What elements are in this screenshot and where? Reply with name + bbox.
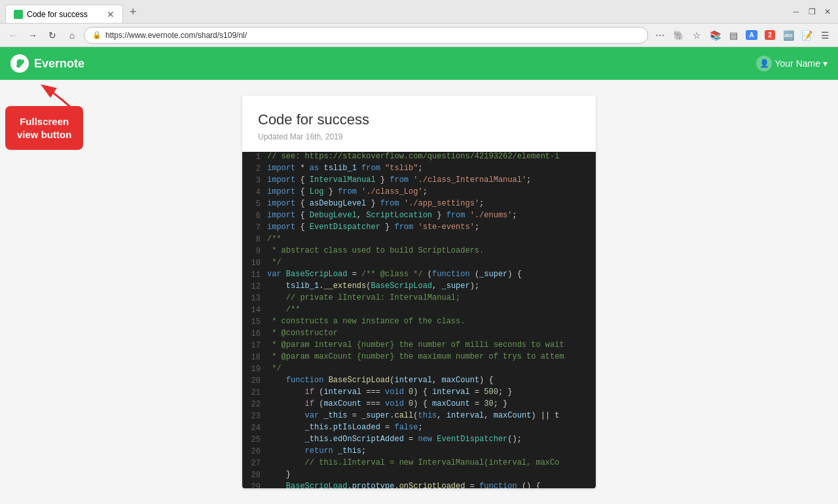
code-block: 1 // see: https://stackoverflow.com/ques… xyxy=(242,152,596,488)
note-date: Updated Mar 16th, 2019 xyxy=(258,132,580,141)
code-line-19: 19 */ xyxy=(242,364,596,376)
note-container: Code for success Updated Mar 16th, 2019 … xyxy=(242,96,596,488)
code-line-20: 20 function BaseScripLoad(interval, maxC… xyxy=(242,376,596,387)
back-button[interactable]: ← xyxy=(5,27,21,43)
code-line-23: 23 var _this = _super.call(this, interva… xyxy=(242,411,596,423)
extension-icon-4[interactable]: 📝 xyxy=(799,27,814,43)
code-line-2: 2 import * as tslib_1 from "tslib"; xyxy=(242,164,596,175)
extension-icon-3[interactable]: 🔤 xyxy=(780,27,796,43)
tab-favicon xyxy=(14,10,23,19)
lock-icon: 🔒 xyxy=(92,31,101,39)
maximize-button[interactable]: ❐ xyxy=(807,7,817,17)
username-text: Your Name xyxy=(774,58,820,69)
code-line-15: 15 * constructs a new instance of the cl… xyxy=(242,317,596,329)
code-line-10: 10 */ xyxy=(242,258,596,270)
code-line-25: 25 _this.edOnScriptAdded = new EventDisp… xyxy=(242,435,596,446)
extension-badge-1[interactable]: A xyxy=(744,27,759,43)
evernote-logo[interactable]: Evernote xyxy=(10,54,84,73)
window-controls: ─ ❐ ✕ xyxy=(791,7,833,17)
code-line-27: 27 // this.lInterval = new IntervalManua… xyxy=(242,458,596,470)
username-chevron: ▾ xyxy=(823,58,828,69)
browser-titlebar: Code for success ✕ + ─ ❐ ✕ xyxy=(0,0,838,24)
extension-kebab-menu[interactable]: ⋯ xyxy=(652,27,668,43)
bookmark-star-icon[interactable]: ☆ xyxy=(689,27,704,43)
code-line-5: 5 import { asDebugLevel } from './app_se… xyxy=(242,199,596,211)
home-button[interactable]: ⌂ xyxy=(64,27,80,43)
code-line-9: 9 * abstract class used to build ScriptL… xyxy=(242,246,596,258)
bookmarks-icon[interactable]: 📚 xyxy=(707,27,723,43)
code-line-18: 18 * @param maxCount {number} the maximu… xyxy=(242,352,596,364)
note-header: Code for success Updated Mar 16th, 2019 xyxy=(242,96,596,141)
evernote-brand-text: Evernote xyxy=(34,57,84,71)
fullscreen-annotation: Fullscreenview button xyxy=(5,106,83,150)
code-line-1: 1 // see: https://stackoverflow.com/ques… xyxy=(242,152,596,164)
code-line-14: 14 /** xyxy=(242,305,596,317)
code-line-12: 12 tslib_1.__extends(BaseScripLoad, _sup… xyxy=(242,281,596,293)
reader-view-icon[interactable]: ▤ xyxy=(725,27,741,43)
code-line-8: 8 /** xyxy=(242,234,596,246)
fullscreen-bubble: Fullscreenview button xyxy=(5,106,83,150)
code-line-13: 13 // private lInterval: IntervalManual; xyxy=(242,293,596,305)
code-line-16: 16 * @constructor xyxy=(242,329,596,340)
new-tab-button[interactable]: + xyxy=(123,1,143,23)
tab-title: Code for success xyxy=(27,10,88,19)
user-menu[interactable]: 👤 Your Name ▾ xyxy=(756,56,828,71)
main-content: Code for success Updated Mar 16th, 2019 … xyxy=(0,80,838,504)
address-bar[interactable]: 🔒 https://www.evernote.com/shard/s109/nl… xyxy=(84,27,648,44)
browser-toolbar: ← → ↻ ⌂ 🔒 https://www.evernote.com/shard… xyxy=(0,24,838,47)
user-avatar-icon: 👤 xyxy=(756,56,772,71)
refresh-button[interactable]: ↻ xyxy=(45,27,60,43)
code-line-24: 24 _this.ptIsLoaded = false; xyxy=(242,423,596,435)
evernote-header: Evernote Fullscreenview button 👤 Your Na… xyxy=(0,47,838,80)
browser-menu-button[interactable]: ☰ xyxy=(817,27,833,43)
code-line-21: 21 if (interval === void 0) { interval =… xyxy=(242,387,596,399)
close-button[interactable]: ✕ xyxy=(822,7,833,17)
code-line-11: 11 var BaseScripLoad = /** @class */ (fu… xyxy=(242,270,596,281)
tab-bar: Code for success ✕ + xyxy=(5,0,143,23)
note-title: Code for success xyxy=(258,111,580,128)
forward-button[interactable]: → xyxy=(25,27,41,43)
code-line-7: 7 import { EventDispatcher } from 'ste-e… xyxy=(242,223,596,234)
browser-extension-icons: ⋯ 🐘 ☆ 📚 ▤ A 2 🔤 📝 ☰ xyxy=(652,27,833,43)
url-text: https://www.evernote.com/shard/s109/nl/ xyxy=(105,31,640,40)
code-line-22: 22 if (maxCount === void 0) { maxCount =… xyxy=(242,399,596,411)
evernote-clipper-icon[interactable]: 🐘 xyxy=(670,27,686,43)
code-line-3: 3 import { IntervalManual } from './clas… xyxy=(242,175,596,187)
code-line-28: 28 } xyxy=(242,470,596,482)
minimize-button[interactable]: ─ xyxy=(791,7,801,17)
tab-close-button[interactable]: ✕ xyxy=(107,9,115,20)
active-tab[interactable]: Code for success ✕ xyxy=(5,5,123,23)
svg-point-1 xyxy=(21,60,24,63)
code-line-29: 29 BaseScripLoad.prototype.onScriptLoade… xyxy=(242,482,596,488)
evernote-elephant-icon xyxy=(10,54,29,73)
code-line-4: 4 import { Log } from './class_Log'; xyxy=(242,187,596,199)
code-line-26: 26 return _this; xyxy=(242,446,596,458)
code-line-17: 17 * @param interval {number} the number… xyxy=(242,340,596,352)
extension-badge-2[interactable]: 2 xyxy=(762,27,778,43)
code-line-6: 6 import { DebugLevel, ScriptLocation } … xyxy=(242,211,596,223)
